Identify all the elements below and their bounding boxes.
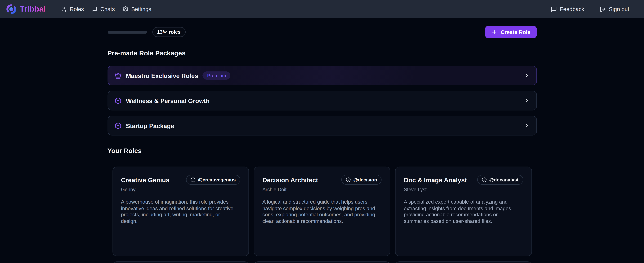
package-name: Wellness & Personal Growth [126,97,210,104]
package-list: Maestro Exclusive Roles Premium Wellness… [107,66,536,136]
chevron-right-icon[interactable] [524,97,530,104]
role-card-creative-genius[interactable]: Creative Genius @creativegenius Genny A … [112,167,249,256]
chevron-right-icon[interactable] [524,123,530,129]
role-description: A logical and structured guide that help… [262,199,376,225]
nav-item-label: Chats [100,6,115,12]
package-row-maestro[interactable]: Maestro Exclusive Roles Premium [107,66,536,85]
package-name: Maestro Exclusive Roles [126,72,198,79]
package-icon [114,97,121,104]
package-icon [114,122,121,129]
role-handle: @creativegenius [198,177,236,182]
info-icon [190,177,196,182]
package-row-wellness[interactable]: Wellness & Personal Growth [107,91,536,110]
roles-grid: Creative Genius @creativegenius Genny A … [107,167,536,256]
role-handle: @decision [353,177,377,182]
chat-bubble-icon [91,6,97,12]
nav-item-roles[interactable]: Roles [57,0,88,18]
create-role-button[interactable]: Create Role [485,26,536,38]
brand-logo[interactable]: Tribbai [6,3,46,15]
your-roles-section-title: Your Roles [107,147,536,155]
feedback-button[interactable]: Feedback [547,0,588,18]
chat-bubble-icon [551,6,557,12]
roles-grid-next-row [107,262,536,263]
roles-progress-bar [107,30,147,33]
nav-item-chats[interactable]: Chats [88,0,118,18]
user-icon [61,6,67,12]
packages-section-title: Pre-made Role Packages [107,50,536,57]
top-nav: Tribbai Roles Chats [0,0,644,18]
info-icon [482,177,487,182]
role-subtitle: Genny [121,187,240,193]
nav-item-settings[interactable]: Settings [118,0,155,18]
tribbai-logo-icon [6,3,17,15]
role-handle-badge[interactable]: @decision [342,175,382,185]
role-card-partial[interactable] [254,262,390,263]
app-root: Tribbai Roles Chats [0,0,644,263]
package-row-startup[interactable]: Startup Package [107,116,536,136]
chevron-right-icon[interactable] [524,72,530,78]
role-card-partial[interactable] [112,262,249,263]
role-title: Creative Genius [121,175,170,184]
crown-icon [114,72,121,79]
sign-out-button[interactable]: Sign out [596,0,633,18]
role-title: Doc & Image Analyst [404,175,467,184]
premium-badge: Premium [202,71,230,80]
role-card-decision-architect[interactable]: Decision Architect @decision Archie Doit… [254,167,390,256]
roles-toolbar: 13/∞ roles Create Role [107,26,536,38]
role-handle-badge[interactable]: @creativegenius [186,175,240,185]
brand-name: Tribbai [20,4,46,13]
create-role-label: Create Role [501,29,530,35]
nav-item-label: Roles [70,6,84,12]
gear-icon [122,6,128,12]
roles-count-badge: 13/∞ roles [152,27,186,37]
sign-out-label: Sign out [609,6,629,12]
log-out-icon [600,6,606,12]
role-subtitle: Archie Doit [262,187,382,193]
feedback-label: Feedback [560,6,584,12]
role-handle-badge[interactable]: @docanalyst [478,175,523,185]
role-card-partial[interactable] [395,262,532,263]
info-icon [346,177,351,182]
nav-item-label: Settings [131,6,151,12]
role-title: Decision Architect [262,175,318,184]
package-name: Startup Package [126,122,174,129]
role-card-doc-image-analyst[interactable]: Doc & Image Analyst @docanalyst Steve Ly… [395,167,532,256]
role-description: A powerhouse of imagination, this role p… [121,199,234,225]
role-handle: @docanalyst [489,177,518,182]
plus-icon [491,29,498,35]
role-description: A specialized expert capable of analyzin… [404,199,517,225]
role-subtitle: Steve Lyst [404,187,523,193]
